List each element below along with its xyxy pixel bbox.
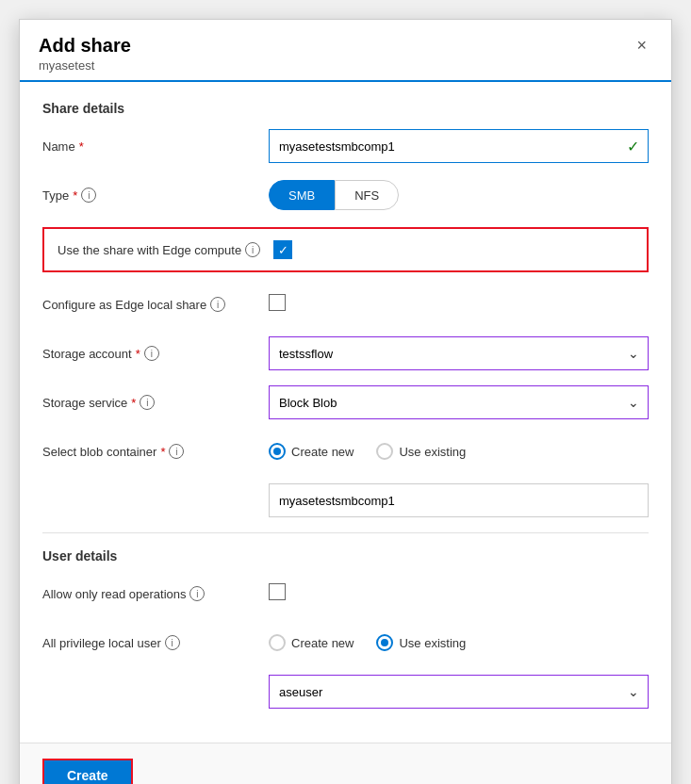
- edge-local-label: Configure as Edge local share i: [42, 297, 269, 312]
- dialog-header: Add share myasetest ×: [20, 20, 671, 82]
- close-button[interactable]: ×: [631, 35, 652, 56]
- edge-compute-row: Use the share with Edge compute i: [42, 227, 649, 272]
- privilege-create-new-radio[interactable]: [269, 634, 286, 651]
- storage-service-select[interactable]: Block Blob: [269, 385, 649, 419]
- storage-service-control: Block Blob ⌄: [269, 385, 649, 419]
- privilege-user-radio-group: Create new Use existing: [269, 634, 649, 651]
- blob-container-control: Create new Use existing: [269, 443, 649, 460]
- type-label: Type * i: [42, 188, 269, 203]
- name-input[interactable]: [269, 129, 649, 163]
- read-only-info-icon: i: [189, 586, 205, 601]
- storage-account-control: testssflow ⌄: [269, 336, 649, 370]
- name-control: ✓: [269, 129, 649, 163]
- privilege-user-label: All privilege local user i: [42, 635, 269, 650]
- type-row: Type * i SMB NFS: [42, 178, 649, 212]
- nfs-button[interactable]: NFS: [335, 180, 399, 210]
- privilege-user-dropdown-row: aseuser ⌄: [269, 675, 649, 709]
- edge-compute-label: Use the share with Edge compute i: [58, 242, 260, 257]
- storage-service-required: *: [131, 396, 136, 410]
- blob-container-input[interactable]: [269, 483, 649, 517]
- edge-local-control: [269, 294, 649, 315]
- name-required: *: [79, 139, 84, 154]
- blob-container-required: *: [160, 445, 165, 459]
- blob-create-new-label[interactable]: Create new: [269, 443, 354, 460]
- blob-container-input-row: [269, 483, 649, 517]
- edge-compute-info-icon: i: [245, 242, 260, 257]
- dialog-subtitle: myasetest: [39, 58, 131, 73]
- read-only-checkbox[interactable]: [269, 583, 286, 600]
- edge-local-checkbox[interactable]: [269, 294, 286, 311]
- smb-button[interactable]: SMB: [269, 180, 335, 210]
- type-info-icon: i: [81, 188, 96, 203]
- storage-service-label: Storage service * i: [42, 395, 269, 410]
- share-details-title: Share details: [42, 101, 649, 116]
- privilege-use-existing-radio[interactable]: [376, 634, 393, 651]
- user-details-title: User details: [42, 548, 649, 564]
- blob-container-radio-group: Create new Use existing: [269, 443, 649, 460]
- edge-local-info-icon: i: [210, 297, 225, 312]
- type-control: SMB NFS: [269, 180, 649, 210]
- storage-account-required: *: [136, 347, 140, 361]
- privilege-user-info-icon: i: [165, 635, 180, 650]
- blob-create-new-radio[interactable]: [269, 443, 286, 460]
- create-button[interactable]: Create: [42, 759, 133, 784]
- blob-use-existing-radio[interactable]: [376, 443, 393, 460]
- blob-container-info-icon: i: [169, 444, 184, 459]
- privilege-create-new-label[interactable]: Create new: [269, 634, 354, 651]
- blob-container-row: Select blob container * i Create new Use…: [42, 434, 649, 468]
- storage-account-info-icon: i: [144, 346, 159, 361]
- privilege-user-row: All privilege local user i Create new Us…: [42, 626, 649, 660]
- type-toggle-group: SMB NFS: [269, 180, 649, 210]
- edge-compute-checkbox[interactable]: [273, 240, 292, 259]
- read-only-row: Allow only read operations i: [42, 577, 649, 611]
- privilege-user-select-wrapper: aseuser ⌄: [269, 675, 649, 709]
- section-divider: [42, 532, 649, 533]
- name-valid-icon: ✓: [627, 138, 639, 155]
- blob-use-existing-label[interactable]: Use existing: [376, 443, 466, 460]
- privilege-user-select[interactable]: aseuser: [269, 675, 649, 709]
- storage-account-select[interactable]: testssflow: [269, 336, 649, 370]
- dialog-title: Add share: [39, 35, 131, 57]
- privilege-user-control: Create new Use existing: [269, 634, 649, 651]
- add-share-dialog: Add share myasetest × Share details Name…: [19, 19, 672, 784]
- storage-service-row: Storage service * i Block Blob ⌄: [42, 385, 649, 419]
- blob-container-label: Select blob container * i: [42, 444, 269, 459]
- type-required: *: [73, 188, 77, 203]
- name-row: Name * ✓: [42, 129, 649, 163]
- dialog-body: Share details Name * ✓ Type * i SMB NF: [20, 82, 671, 743]
- edge-local-row: Configure as Edge local share i: [42, 287, 649, 321]
- read-only-control: [269, 583, 649, 604]
- header-text: Add share myasetest: [39, 35, 131, 73]
- dialog-footer: Create: [20, 743, 671, 784]
- storage-service-info-icon: i: [140, 395, 155, 410]
- storage-account-label: Storage account * i: [42, 346, 269, 361]
- read-only-label: Allow only read operations i: [42, 586, 269, 601]
- privilege-use-existing-label[interactable]: Use existing: [376, 634, 466, 651]
- name-label: Name *: [42, 139, 269, 154]
- storage-account-row: Storage account * i testssflow ⌄: [42, 336, 649, 370]
